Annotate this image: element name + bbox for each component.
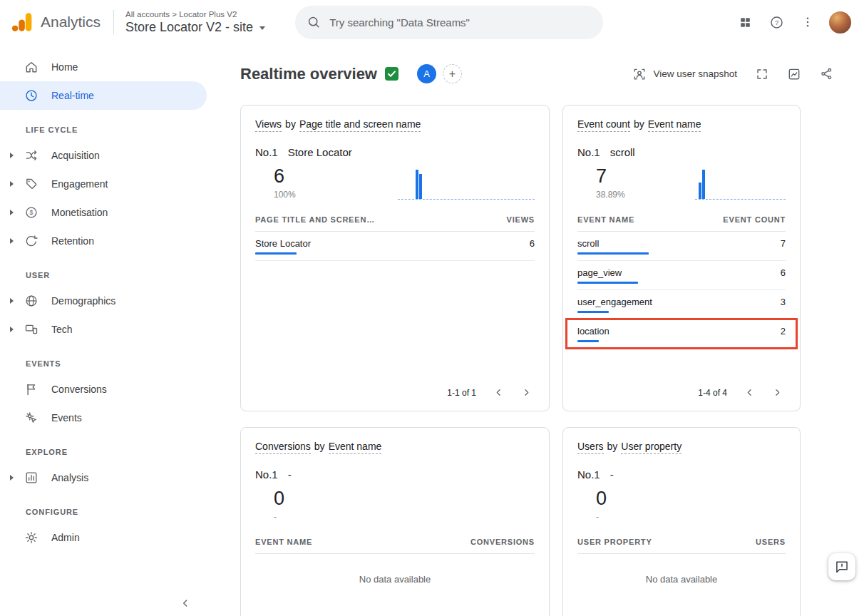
admin-gear-icon xyxy=(23,529,40,546)
feedback-button[interactable] xyxy=(828,553,855,580)
analytics-app: Analytics All accounts > Locator Plus V2… xyxy=(0,0,864,616)
table-row-highlighted: location 2 xyxy=(577,319,786,349)
value-bar xyxy=(577,340,599,342)
sparkline-chart xyxy=(695,170,786,200)
table-row: Store Locator 6 xyxy=(255,232,535,261)
rank-name: scroll xyxy=(610,146,635,158)
monetisation-dollar-icon: $ xyxy=(23,204,40,221)
column-header-metric: EVENT COUNT xyxy=(723,215,786,224)
column-header-dimension: EVENT NAME xyxy=(577,215,634,224)
sidebar-collapse-icon[interactable] xyxy=(180,597,191,609)
comparison-chip-a[interactable]: A xyxy=(417,64,436,83)
table-header: EVENT NAME CONVERSIONS xyxy=(255,533,535,554)
comparison-chips: A + xyxy=(417,64,462,83)
pagination: 1-4 of 4 xyxy=(577,381,786,402)
dimension-selector[interactable]: Event name xyxy=(329,441,382,454)
cards-grid: Views by Page title and screen name No.1… xyxy=(240,105,864,616)
avatar[interactable] xyxy=(829,11,851,34)
main-content: Realtime overview A + View user snapshot xyxy=(207,44,864,616)
help-icon[interactable]: ? xyxy=(762,8,791,36)
metric-selector[interactable]: Event count xyxy=(577,118,630,132)
sidebar-section-events: EVENTS xyxy=(0,344,207,375)
topbar-divider xyxy=(113,10,114,34)
expand-arrow-icon xyxy=(10,210,14,215)
search-bar[interactable] xyxy=(295,6,603,39)
value-bar xyxy=(577,282,638,284)
events-click-icon xyxy=(23,409,40,426)
topbar: Analytics All accounts > Locator Plus V2… xyxy=(0,0,864,44)
property-selector[interactable]: All accounts > Locator Plus V2 Store Loc… xyxy=(125,10,265,35)
sidebar-item-conversions[interactable]: Conversions xyxy=(0,375,207,404)
no-data-message: No data available xyxy=(255,554,535,585)
card-title: Event count by Event name xyxy=(577,118,786,132)
acquisition-icon xyxy=(23,147,40,164)
top-rank: No.1 scroll xyxy=(577,146,786,158)
sidebar: Home Real-time LIFE CYCLE Acquisition En… xyxy=(0,44,207,616)
apps-grid-icon[interactable] xyxy=(731,8,759,36)
dimension-selector[interactable]: Page title and screen name xyxy=(299,118,421,132)
value-bar xyxy=(577,311,609,313)
home-icon xyxy=(23,58,40,76)
next-page-icon[interactable] xyxy=(772,387,783,398)
metric-selector[interactable]: Views xyxy=(255,118,282,132)
metric-value: 6 xyxy=(274,165,341,188)
sidebar-item-demographics[interactable]: Demographics xyxy=(0,287,207,315)
rank-name: - xyxy=(288,468,292,481)
table-header: USER PROPERTY USERS xyxy=(577,533,786,554)
svg-text:?: ? xyxy=(774,19,778,26)
metric-selector[interactable]: Users xyxy=(577,441,604,454)
card-users-by-user-property: Users by User property No.1 - 0 - USER P… xyxy=(562,427,801,616)
conversions-flag-icon xyxy=(23,381,40,398)
view-user-snapshot-button[interactable]: View user snapshot xyxy=(632,67,737,81)
sidebar-item-events[interactable]: Events xyxy=(0,404,207,432)
property-name: Store Locator V2 - site xyxy=(125,20,253,35)
table-row: scroll 7 xyxy=(577,232,786,261)
add-comparison-button[interactable]: + xyxy=(443,64,462,83)
expand-arrow-icon xyxy=(10,181,14,187)
breadcrumb: All accounts > Locator Plus V2 xyxy=(125,10,265,19)
sidebar-item-monetisation[interactable]: $ Monetisation xyxy=(0,198,207,227)
app-name: Analytics xyxy=(41,14,101,31)
prev-page-icon[interactable] xyxy=(744,387,755,398)
sidebar-item-engagement[interactable]: Engagement xyxy=(0,170,207,198)
card-title: Users by User property xyxy=(577,441,786,454)
rank-prefix: No.1 xyxy=(255,146,278,158)
rank-prefix: No.1 xyxy=(577,468,600,481)
analytics-logo[interactable]: Analytics xyxy=(10,10,101,34)
dimension-selector[interactable]: Event name xyxy=(648,118,701,132)
fullscreen-icon[interactable] xyxy=(756,68,768,81)
sidebar-item-admin[interactable]: Admin xyxy=(0,523,207,552)
metric-value: 0 xyxy=(596,488,663,510)
next-page-icon[interactable] xyxy=(521,387,532,398)
analytics-logo-icon xyxy=(10,10,34,34)
sidebar-item-analysis[interactable]: Analysis xyxy=(0,463,207,492)
sparkline-chart xyxy=(398,170,535,200)
dimension-selector[interactable]: User property xyxy=(621,441,682,454)
share-icon[interactable] xyxy=(820,67,833,81)
page-header: Realtime overview A + View user snapshot xyxy=(240,64,833,83)
sidebar-item-home[interactable]: Home xyxy=(0,53,207,81)
table-row: user_engagement 3 xyxy=(577,290,786,319)
column-header-metric: USERS xyxy=(756,538,786,546)
top-rank: No.1 - xyxy=(577,468,786,481)
more-vert-icon[interactable] xyxy=(793,8,822,36)
table-row: page_view 6 xyxy=(577,261,786,290)
sidebar-item-retention[interactable]: Retention xyxy=(0,227,207,255)
analysis-chart-icon xyxy=(23,469,40,486)
metric-value: 0 xyxy=(274,488,341,510)
expand-arrow-icon xyxy=(10,298,14,304)
sidebar-item-real-time[interactable]: Real-time xyxy=(0,81,207,110)
prev-page-icon[interactable] xyxy=(493,387,504,398)
feedback-bubble-icon xyxy=(835,560,849,574)
top-rank: No.1 - xyxy=(255,468,535,481)
user-snapshot-icon xyxy=(632,67,647,81)
metric-selector[interactable]: Conversions xyxy=(255,441,311,454)
pagination-range: 1-4 of 4 xyxy=(698,388,727,398)
search-input[interactable] xyxy=(329,16,599,29)
customise-report-icon[interactable] xyxy=(787,67,801,81)
sidebar-section-explore: EXPLORE xyxy=(0,432,207,463)
sidebar-item-acquisition[interactable]: Acquisition xyxy=(0,141,207,170)
report-check-icon xyxy=(385,67,398,81)
sidebar-item-tech[interactable]: Tech xyxy=(0,315,207,344)
rank-name: Store Locator xyxy=(288,146,352,158)
